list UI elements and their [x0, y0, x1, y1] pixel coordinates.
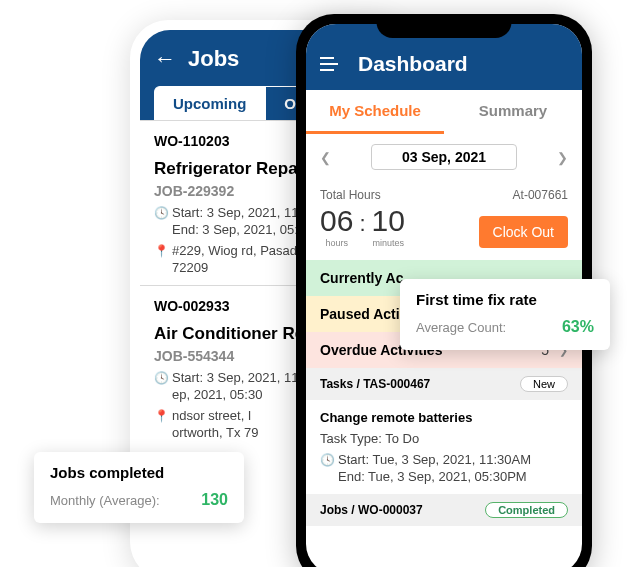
- date-picker-row: ❮ 03 Sep, 2021 ❯: [306, 134, 582, 180]
- dashboard-title: Dashboard: [358, 52, 468, 76]
- clock-out-button[interactable]: Clock Out: [479, 216, 568, 248]
- pin-icon: 📍: [154, 244, 166, 258]
- kpi-label: Average Count:: [416, 320, 506, 335]
- jobs-header-row: Jobs / WO-000037 Completed: [306, 494, 582, 526]
- wo-number: WO-002933: [154, 298, 229, 314]
- kpi-jobs-completed: Jobs completed Monthly (Average): 130: [34, 452, 244, 523]
- job-addr1: ndsor street, I: [172, 408, 251, 423]
- hours-value: 06: [320, 204, 353, 238]
- kpi-first-time-fix: First time fix rate Average Count: 63%: [400, 279, 610, 350]
- menu-icon[interactable]: [320, 63, 338, 65]
- task-status-pill: New: [520, 376, 568, 392]
- job-start: Start: 3 Sep, 2021, 11:30: [172, 205, 317, 220]
- minutes-unit: minutes: [372, 238, 404, 248]
- jobs-title: Jobs: [188, 46, 239, 72]
- band-label: Currently Ac: [320, 270, 404, 286]
- kpi-value: 130: [201, 491, 228, 509]
- tab-upcoming[interactable]: Upcoming: [154, 86, 265, 120]
- task-header: Tasks / TAS-000467 New: [306, 368, 582, 400]
- time-digits: 06hours : 10minutes: [320, 204, 405, 248]
- clock-icon: 🕓: [320, 453, 332, 467]
- task-type: Task Type: To Do: [320, 431, 568, 446]
- pin-icon: 📍: [154, 409, 166, 423]
- back-icon[interactable]: ←: [154, 46, 176, 72]
- tab-my-schedule[interactable]: My Schedule: [306, 90, 444, 134]
- minutes-value: 10: [372, 204, 405, 238]
- dash-tabs: My Schedule Summary: [306, 90, 582, 134]
- kpi-title: Jobs completed: [50, 464, 228, 481]
- kpi-title: First time fix rate: [416, 291, 594, 308]
- chevron-left-icon[interactable]: ❮: [320, 150, 331, 165]
- job-status-pill: Completed: [485, 502, 568, 518]
- kpi-label: Monthly (Average):: [50, 493, 160, 508]
- task-start: Start: Tue, 3 Sep, 2021, 11:30AM: [338, 452, 531, 467]
- total-hours-label: Total Hours: [320, 188, 381, 202]
- wo-number: WO-110203: [154, 133, 229, 149]
- notch: [377, 14, 512, 38]
- attendance-id: At-007661: [513, 188, 568, 202]
- task-title: Change remote batteries: [320, 410, 568, 425]
- hours-block: Total Hours At-007661 06hours : 10minute…: [306, 180, 582, 260]
- task-head-label: Tasks / TAS-000467: [320, 377, 430, 391]
- clock-icon: 🕓: [154, 206, 166, 220]
- job-start: Start: 3 Sep, 2021, 11:30: [172, 370, 317, 385]
- hours-unit: hours: [325, 238, 348, 248]
- tab-summary[interactable]: Summary: [444, 90, 582, 134]
- colon-icon: :: [359, 211, 365, 247]
- band-label: Paused Acti: [320, 306, 400, 322]
- chevron-right-icon[interactable]: ❯: [557, 150, 568, 165]
- task-end: End: Tue, 3 Sep, 2021, 05:30PM: [338, 469, 568, 484]
- jobs-head-label: Jobs / WO-000037: [320, 503, 423, 517]
- task-card[interactable]: Change remote batteries Task Type: To Do…: [306, 400, 582, 494]
- selected-date[interactable]: 03 Sep, 2021: [371, 144, 517, 170]
- kpi-value: 63%: [562, 318, 594, 336]
- clock-icon: 🕓: [154, 371, 166, 385]
